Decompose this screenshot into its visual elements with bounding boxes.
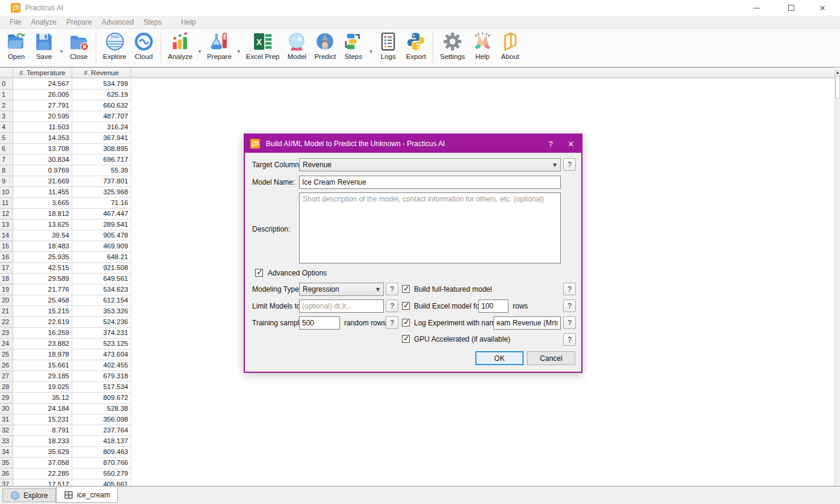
row-index[interactable]: 9: [0, 176, 13, 187]
row-index[interactable]: 27: [0, 371, 13, 382]
row-index[interactable]: 7: [0, 155, 13, 165]
cell-temperature[interactable]: 19.025: [13, 382, 72, 393]
cell-revenue[interactable]: 870.766: [72, 458, 131, 469]
cell-temperature[interactable]: 20.595: [13, 111, 72, 122]
toolbar-dropdown-save[interactable]: ▾: [58, 29, 65, 67]
row-index[interactable]: 23: [0, 328, 13, 339]
cell-revenue[interactable]: 353.326: [72, 306, 131, 317]
row-index[interactable]: 28: [0, 382, 13, 393]
gpu-accelerated-help-button[interactable]: ?: [563, 333, 576, 346]
scrollbar-thumb[interactable]: [835, 76, 840, 99]
cell-revenue[interactable]: 660.632: [72, 100, 131, 111]
row-index[interactable]: 29: [0, 393, 13, 404]
cell-temperature[interactable]: 30.834: [13, 155, 72, 165]
cell-revenue[interactable]: 405.661: [72, 479, 131, 486]
toolbar-button-about[interactable]: About: [496, 29, 524, 67]
build-full-featured-help-button[interactable]: ?: [563, 283, 576, 295]
toolbar-button-help[interactable]: Help: [469, 29, 496, 67]
row-index[interactable]: 26: [0, 360, 13, 371]
row-index[interactable]: 30: [0, 404, 13, 414]
cell-revenue[interactable]: 921.508: [72, 263, 131, 274]
row-index[interactable]: 31: [0, 414, 13, 425]
maximize-button[interactable]: [777, 0, 805, 16]
toolbar-dropdown-analyze[interactable]: ▾: [196, 29, 203, 67]
menu-prepare[interactable]: Prepare: [61, 16, 97, 29]
cell-temperature[interactable]: 24.184: [13, 404, 72, 414]
cell-revenue[interactable]: 649.561: [72, 274, 131, 284]
cell-revenue[interactable]: 316.24: [72, 122, 131, 133]
minimize-button[interactable]: [743, 0, 770, 16]
cell-temperature[interactable]: 16.259: [13, 328, 72, 339]
modeling-type-select[interactable]: Regression ▼: [299, 283, 384, 296]
excel-rows-input[interactable]: [478, 300, 508, 313]
row-index[interactable]: 17: [0, 263, 13, 274]
cell-revenue[interactable]: 648.21: [72, 252, 131, 263]
cell-temperature[interactable]: 15.661: [13, 360, 72, 371]
row-index[interactable]: 16: [0, 252, 13, 263]
target-column-select[interactable]: Revenue ▼: [299, 158, 561, 171]
cell-temperature[interactable]: 29.589: [13, 274, 72, 284]
cell-revenue[interactable]: 237.764: [72, 425, 131, 436]
target-column-help-button[interactable]: ?: [563, 158, 576, 171]
row-index[interactable]: 37: [0, 479, 13, 486]
cell-revenue[interactable]: 534.623: [72, 284, 131, 295]
cell-temperature[interactable]: 3.665: [13, 198, 72, 209]
cell-revenue[interactable]: 524.236: [72, 317, 131, 328]
cell-revenue[interactable]: 625.19: [72, 90, 131, 100]
toolbar-button-close[interactable]: Close: [65, 29, 93, 67]
toolbar-button-model[interactable]: Model: [283, 29, 310, 67]
cell-revenue[interactable]: 467.447: [72, 209, 131, 220]
modeling-type-help-button[interactable]: ?: [386, 283, 398, 295]
menu-advanced[interactable]: Advanced: [97, 16, 138, 29]
toolbar-button-prepare[interactable]: Prepare: [203, 29, 235, 67]
dialog-help-button[interactable]: ?: [540, 135, 561, 153]
cell-temperature[interactable]: 8.791: [13, 425, 72, 436]
toolbar-button-settings[interactable]: Settings: [436, 29, 469, 67]
cell-revenue[interactable]: 809.463: [72, 447, 131, 458]
cell-temperature[interactable]: 15.215: [13, 306, 72, 317]
cell-temperature[interactable]: 18.812: [13, 209, 72, 220]
cell-temperature[interactable]: 35.629: [13, 447, 72, 458]
tab-ice-cream[interactable]: ice_cream: [56, 487, 118, 503]
cell-temperature[interactable]: 27.791: [13, 100, 72, 111]
cell-revenue[interactable]: 523.125: [72, 339, 131, 349]
row-index[interactable]: 24: [0, 339, 13, 349]
row-index[interactable]: 33: [0, 436, 13, 447]
cell-temperature[interactable]: 29.185: [13, 371, 72, 382]
limit-models-input[interactable]: [299, 300, 384, 313]
cell-temperature[interactable]: 35.12: [13, 393, 72, 404]
cell-revenue[interactable]: 534.799: [72, 79, 131, 90]
tab-explore[interactable]: Explore: [2, 488, 56, 502]
cell-revenue[interactable]: 367.941: [72, 133, 131, 144]
cell-revenue[interactable]: 402.455: [72, 360, 131, 371]
cell-temperature[interactable]: 17.517: [13, 479, 72, 486]
toolbar-button-cloud[interactable]: Cloud: [130, 29, 158, 67]
row-index[interactable]: 12: [0, 209, 13, 220]
toolbar-button-export[interactable]: Export: [402, 29, 430, 67]
toolbar-button-open[interactable]: Open: [2, 29, 30, 67]
toolbar-button-analyze[interactable]: Analyze: [164, 29, 196, 67]
build-excel-checkbox[interactable]: [402, 302, 410, 310]
training-samples-input[interactable]: [299, 316, 340, 330]
cell-revenue[interactable]: 517.534: [72, 382, 131, 393]
toolbar-button-save[interactable]: Save: [30, 29, 58, 67]
cell-temperature[interactable]: 11.503: [13, 122, 72, 133]
toolbar-button-steps[interactable]: Steps: [339, 29, 367, 67]
row-index[interactable]: 22: [0, 317, 13, 328]
row-index[interactable]: 32: [0, 425, 13, 436]
toolbar-button-explore[interactable]: 0101Explore: [99, 29, 130, 67]
cell-temperature[interactable]: 13.625: [13, 220, 72, 230]
cell-revenue[interactable]: 55.39: [72, 165, 131, 176]
experiment-name-input[interactable]: [493, 316, 561, 330]
cell-temperature[interactable]: 37.058: [13, 458, 72, 469]
cell-revenue[interactable]: 289.541: [72, 220, 131, 230]
limit-models-help-button[interactable]: ?: [386, 300, 398, 312]
row-index[interactable]: 34: [0, 447, 13, 458]
row-index[interactable]: 19: [0, 284, 13, 295]
cell-revenue[interactable]: 356.098: [72, 414, 131, 425]
cell-temperature[interactable]: 23.882: [13, 339, 72, 349]
row-index[interactable]: 11: [0, 198, 13, 209]
column-header-temperature[interactable]: #.Temperature: [13, 68, 72, 78]
row-index[interactable]: 36: [0, 469, 13, 479]
menu-steps[interactable]: Steps: [138, 16, 167, 29]
